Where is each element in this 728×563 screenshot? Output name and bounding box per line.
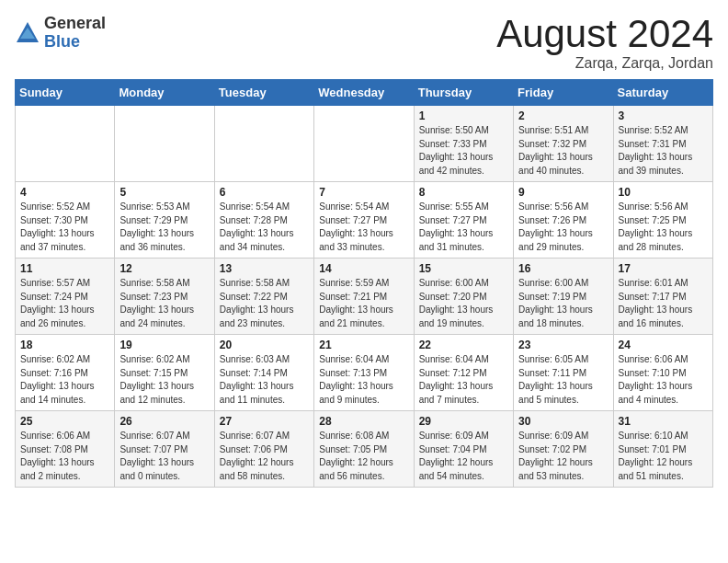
day-info: Sunrise: 6:00 AM Sunset: 7:19 PM Dayligh… (518, 277, 608, 330)
calendar-cell: 20Sunrise: 6:03 AM Sunset: 7:14 PM Dayli… (214, 335, 313, 411)
day-number: 29 (419, 415, 508, 428)
day-info: Sunrise: 6:04 AM Sunset: 7:13 PM Dayligh… (319, 353, 408, 407)
calendar-cell: 3Sunrise: 5:52 AM Sunset: 7:31 PM Daylig… (613, 106, 712, 182)
day-info: Sunrise: 5:55 AM Sunset: 7:27 PM Dayligh… (419, 201, 508, 254)
calendar-cell: 13Sunrise: 5:58 AM Sunset: 7:22 PM Dayli… (214, 259, 313, 335)
logo-icon (15, 20, 40, 46)
day-number: 23 (518, 339, 608, 351)
day-info: Sunrise: 5:57 AM Sunset: 7:24 PM Dayligh… (20, 277, 109, 330)
header-row: SundayMondayTuesdayWednesdayThursdayFrid… (16, 80, 713, 106)
day-number: 12 (119, 262, 209, 275)
day-info: Sunrise: 6:09 AM Sunset: 7:04 PM Dayligh… (419, 430, 508, 483)
logo: General Blue (15, 15, 106, 52)
calendar-week-4: 18Sunrise: 6:02 AM Sunset: 7:16 PM Dayli… (16, 335, 713, 411)
calendar-cell: 19Sunrise: 6:02 AM Sunset: 7:15 PM Dayli… (115, 335, 214, 411)
day-info: Sunrise: 5:58 AM Sunset: 7:22 PM Dayligh… (220, 277, 309, 330)
day-info: Sunrise: 6:09 AM Sunset: 7:02 PM Dayligh… (518, 430, 608, 483)
day-info: Sunrise: 5:56 AM Sunset: 7:25 PM Dayligh… (619, 201, 708, 254)
calendar-cell: 25Sunrise: 6:06 AM Sunset: 7:08 PM Dayli… (16, 411, 115, 488)
day-info: Sunrise: 6:02 AM Sunset: 7:15 PM Dayligh… (119, 353, 209, 407)
day-number: 31 (619, 415, 708, 428)
day-info: Sunrise: 6:10 AM Sunset: 7:01 PM Dayligh… (619, 430, 708, 483)
day-number: 25 (20, 415, 109, 428)
day-info: Sunrise: 6:07 AM Sunset: 7:06 PM Dayligh… (220, 430, 309, 483)
weekday-header-thursday: Thursday (414, 80, 513, 106)
calendar-cell: 15Sunrise: 6:00 AM Sunset: 7:20 PM Dayli… (414, 259, 513, 335)
weekday-header-friday: Friday (514, 80, 613, 106)
day-info: Sunrise: 5:52 AM Sunset: 7:30 PM Dayligh… (20, 201, 109, 254)
day-info: Sunrise: 6:00 AM Sunset: 7:20 PM Dayligh… (419, 277, 508, 330)
calendar-week-1: 1Sunrise: 5:50 AM Sunset: 7:33 PM Daylig… (16, 106, 713, 182)
day-info: Sunrise: 5:51 AM Sunset: 7:32 PM Dayligh… (518, 124, 608, 178)
day-number: 30 (518, 415, 608, 428)
day-number: 11 (20, 262, 109, 275)
day-number: 22 (419, 339, 508, 351)
day-info: Sunrise: 5:54 AM Sunset: 7:28 PM Dayligh… (220, 201, 309, 254)
day-info: Sunrise: 6:01 AM Sunset: 7:17 PM Dayligh… (619, 277, 708, 330)
day-info: Sunrise: 5:54 AM Sunset: 7:27 PM Dayligh… (319, 201, 408, 254)
calendar-cell: 31Sunrise: 6:10 AM Sunset: 7:01 PM Dayli… (613, 411, 712, 488)
day-number: 1 (419, 109, 508, 122)
day-number: 14 (319, 262, 408, 275)
day-info: Sunrise: 6:06 AM Sunset: 7:10 PM Dayligh… (619, 353, 708, 407)
calendar-cell: 18Sunrise: 6:02 AM Sunset: 7:16 PM Dayli… (16, 335, 115, 411)
calendar-body: 1Sunrise: 5:50 AM Sunset: 7:33 PM Daylig… (16, 106, 713, 488)
calendar-cell: 21Sunrise: 6:04 AM Sunset: 7:13 PM Dayli… (314, 335, 414, 411)
calendar-cell: 14Sunrise: 5:59 AM Sunset: 7:21 PM Dayli… (314, 259, 414, 335)
calendar-cell: 29Sunrise: 6:09 AM Sunset: 7:04 PM Dayli… (414, 411, 513, 488)
day-number: 17 (619, 262, 708, 275)
calendar-cell: 5Sunrise: 5:53 AM Sunset: 7:29 PM Daylig… (115, 182, 214, 259)
calendar-cell: 11Sunrise: 5:57 AM Sunset: 7:24 PM Dayli… (16, 259, 115, 335)
day-number: 8 (419, 186, 508, 199)
calendar-cell: 2Sunrise: 5:51 AM Sunset: 7:32 PM Daylig… (514, 106, 613, 182)
day-number: 4 (20, 186, 109, 199)
day-info: Sunrise: 6:05 AM Sunset: 7:11 PM Dayligh… (518, 353, 608, 407)
day-info: Sunrise: 5:59 AM Sunset: 7:21 PM Dayligh… (319, 277, 408, 330)
day-info: Sunrise: 5:53 AM Sunset: 7:29 PM Dayligh… (119, 201, 209, 254)
calendar-cell (115, 106, 214, 182)
weekday-header-tuesday: Tuesday (214, 80, 313, 106)
day-info: Sunrise: 6:03 AM Sunset: 7:14 PM Dayligh… (220, 353, 309, 407)
calendar-cell: 4Sunrise: 5:52 AM Sunset: 7:30 PM Daylig… (16, 182, 115, 259)
calendar-cell: 6Sunrise: 5:54 AM Sunset: 7:28 PM Daylig… (214, 182, 313, 259)
weekday-header-monday: Monday (115, 80, 214, 106)
calendar-cell: 30Sunrise: 6:09 AM Sunset: 7:02 PM Dayli… (514, 411, 613, 488)
day-info: Sunrise: 5:58 AM Sunset: 7:23 PM Dayligh… (119, 277, 209, 330)
day-number: 10 (619, 186, 708, 199)
day-number: 26 (119, 415, 209, 428)
day-number: 18 (20, 339, 109, 351)
page-header: General Blue August 2024 Zarqa, Zarqa, J… (15, 15, 713, 72)
day-info: Sunrise: 6:04 AM Sunset: 7:12 PM Dayligh… (419, 353, 508, 407)
day-number: 5 (119, 186, 209, 199)
calendar-table: SundayMondayTuesdayWednesdayThursdayFrid… (15, 79, 713, 488)
location: Zarqa, Zarqa, Jordan (496, 55, 713, 72)
calendar-week-2: 4Sunrise: 5:52 AM Sunset: 7:30 PM Daylig… (16, 182, 713, 259)
title-block: August 2024 Zarqa, Zarqa, Jordan (496, 15, 713, 72)
logo-general-text: General (44, 15, 106, 33)
calendar-cell: 10Sunrise: 5:56 AM Sunset: 7:25 PM Dayli… (613, 182, 712, 259)
day-info: Sunrise: 5:50 AM Sunset: 7:33 PM Dayligh… (419, 124, 508, 178)
day-number: 13 (220, 262, 309, 275)
calendar-header: SundayMondayTuesdayWednesdayThursdayFrid… (16, 80, 713, 106)
day-info: Sunrise: 6:02 AM Sunset: 7:16 PM Dayligh… (20, 353, 109, 407)
day-info: Sunrise: 5:52 AM Sunset: 7:31 PM Dayligh… (619, 124, 708, 178)
day-number: 16 (518, 262, 608, 275)
day-info: Sunrise: 6:08 AM Sunset: 7:05 PM Dayligh… (319, 430, 408, 483)
day-info: Sunrise: 6:06 AM Sunset: 7:08 PM Dayligh… (20, 430, 109, 483)
day-number: 15 (419, 262, 508, 275)
calendar-cell: 8Sunrise: 5:55 AM Sunset: 7:27 PM Daylig… (414, 182, 513, 259)
month-title: August 2024 (496, 15, 713, 53)
calendar-cell: 28Sunrise: 6:08 AM Sunset: 7:05 PM Dayli… (314, 411, 414, 488)
weekday-header-sunday: Sunday (16, 80, 115, 106)
weekday-header-saturday: Saturday (613, 80, 712, 106)
calendar-cell (214, 106, 313, 182)
day-number: 9 (518, 186, 608, 199)
day-number: 24 (619, 339, 708, 351)
day-number: 28 (319, 415, 408, 428)
logo-blue-text: Blue (44, 33, 106, 52)
calendar-cell: 9Sunrise: 5:56 AM Sunset: 7:26 PM Daylig… (514, 182, 613, 259)
logo-text: General Blue (44, 15, 106, 52)
day-info: Sunrise: 5:56 AM Sunset: 7:26 PM Dayligh… (518, 201, 608, 254)
calendar-cell: 23Sunrise: 6:05 AM Sunset: 7:11 PM Dayli… (514, 335, 613, 411)
calendar-cell (314, 106, 414, 182)
